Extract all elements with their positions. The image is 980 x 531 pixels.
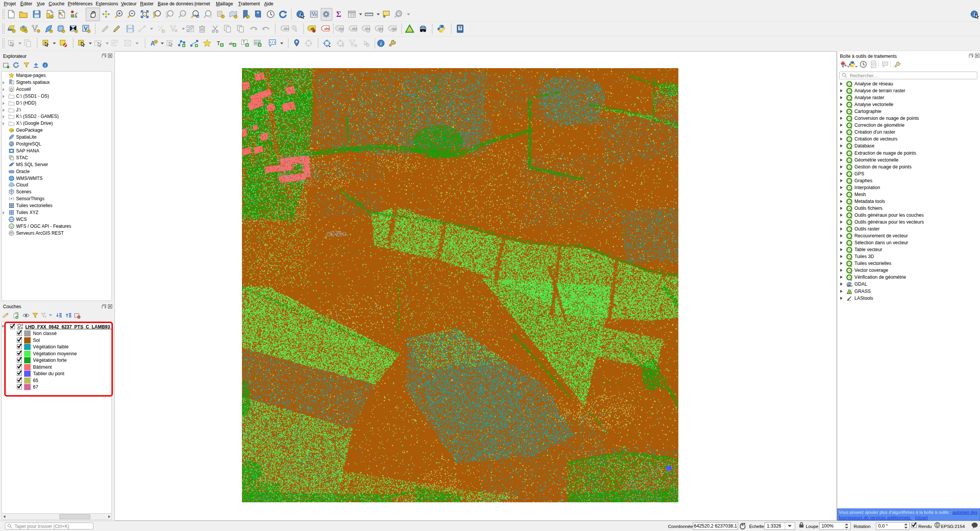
svg-text:abc: abc [324, 27, 330, 31]
svg-text:i: i [973, 11, 975, 17]
svg-text:GDAL: GDAL [847, 285, 853, 287]
svg-text:?: ? [459, 26, 461, 30]
svg-text:V: V [10, 224, 13, 228]
svg-text:abc: abc [284, 27, 289, 31]
svg-text:a: a [75, 14, 77, 18]
svg-text:i: i [299, 11, 301, 17]
svg-text:ε: ε [115, 43, 117, 47]
svg-text:LAS: LAS [848, 297, 851, 299]
svg-text:ε: ε [45, 315, 46, 319]
svg-text:1:1: 1:1 [181, 12, 185, 15]
svg-text:T: T [243, 40, 245, 44]
svg-text:T: T [217, 40, 220, 46]
svg-text:i: i [380, 41, 382, 46]
svg-text:Σ: Σ [336, 10, 341, 19]
svg-text:i: i [45, 63, 46, 67]
svg-text:A: A [150, 40, 155, 47]
